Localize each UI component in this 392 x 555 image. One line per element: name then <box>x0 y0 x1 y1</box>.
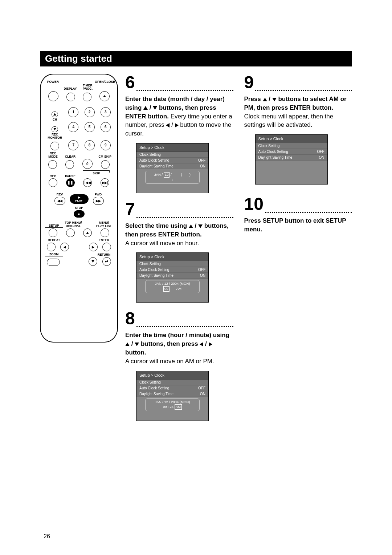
recmonitor-button[interactable] <box>50 142 59 150</box>
digit-1[interactable]: 1 <box>68 107 78 117</box>
setup-label: SETUP <box>45 224 63 228</box>
osd-value: ON <box>200 274 205 278</box>
fwd-button[interactable]: ▶▶ <box>93 197 104 205</box>
nav-up-button[interactable] <box>83 228 92 237</box>
digit-8[interactable]: 8 <box>85 140 95 150</box>
topmenu-button[interactable] <box>66 228 75 237</box>
rec-label: REC <box>45 175 61 178</box>
power-button[interactable] <box>48 91 58 101</box>
step-10: 10 Press SETUP button to exit SETUP menu… <box>244 195 352 234</box>
osd-row: Daylight Saving Time <box>139 274 173 278</box>
digit-3[interactable]: 3 <box>101 107 111 117</box>
pause-button[interactable]: ❚❚ <box>66 178 75 187</box>
osd-cursor-value: 12 <box>164 172 170 178</box>
step-bold-text: Press SETUP button to exit SETUP menu. <box>244 217 346 233</box>
rec-button[interactable] <box>49 178 57 187</box>
up-icon <box>143 106 148 110</box>
cmskip-button[interactable] <box>101 160 110 169</box>
section-header: Getting started <box>40 51 352 66</box>
down-icon <box>53 128 56 130</box>
step-plain-text: A cursor will move on AM or PM. <box>125 358 214 365</box>
ch-up-button[interactable] <box>52 112 58 117</box>
up-icon <box>189 224 193 228</box>
setup-button[interactable] <box>49 228 57 237</box>
openclose-button[interactable] <box>99 91 110 101</box>
osd-value: ON <box>319 155 324 159</box>
digit-5[interactable]: 5 <box>85 122 95 132</box>
play-button[interactable]: ▶ PLAY <box>70 194 89 204</box>
step-number: 7 <box>125 200 135 218</box>
skip-next-button[interactable]: ▶▶| <box>101 178 109 187</box>
dotted-rule <box>136 211 233 218</box>
osd-screenshot: Setup > Clock Clock Setting Auto Clock S… <box>136 143 209 193</box>
recmode-button[interactable] <box>48 160 57 169</box>
step-9: 9 Press / buttons to select AM or PM, th… <box>244 74 352 185</box>
ch-down-button[interactable] <box>52 126 58 132</box>
up-icon <box>53 113 56 116</box>
digit-9[interactable]: 9 <box>101 140 111 150</box>
nav-left-button[interactable]: ◀ <box>60 243 69 251</box>
stop-label: STOP <box>75 206 83 210</box>
stop-button[interactable]: ■ <box>74 210 85 218</box>
dotted-rule <box>136 84 233 91</box>
steps: 6 Enter the date (month / day / year) us… <box>125 74 352 421</box>
osd-date: JAN / 12 / 2004 (MON) <box>155 281 190 285</box>
digit-6[interactable]: 6 <box>101 122 111 132</box>
enter-button[interactable] <box>102 243 111 251</box>
step-7: 7 Select the time using / buttons, then … <box>125 200 233 303</box>
osd-row: Auto Clock Setting <box>258 150 288 154</box>
nav-down-button[interactable] <box>89 257 97 266</box>
step-number: 6 <box>125 74 135 91</box>
zoom-label: ZOOM <box>45 253 63 256</box>
return-button[interactable] <box>102 257 111 266</box>
timerprog-label: TIMER PROG. <box>80 84 95 90</box>
skip-prev-button[interactable]: |◀◀ <box>83 178 92 187</box>
step-plain-text: A cursor will move on hour. <box>125 240 199 247</box>
clear-button[interactable] <box>65 160 74 169</box>
openclose-label: OPEN/CLOSE <box>95 80 115 84</box>
digit-7[interactable]: 7 <box>68 140 78 150</box>
digit-2[interactable]: 2 <box>85 107 95 117</box>
up-icon <box>125 343 130 346</box>
step-number: 9 <box>244 74 254 91</box>
rev-button[interactable]: ◀◀ <box>54 197 65 205</box>
rev-label: REV <box>57 193 63 196</box>
return-label: RETURN <box>95 253 113 256</box>
down-icon <box>135 343 139 346</box>
down-icon <box>153 106 157 110</box>
display-button[interactable] <box>66 93 75 101</box>
up-icon <box>86 232 89 234</box>
nav-right-button[interactable]: ▶ <box>89 243 98 251</box>
right-icon: ▶ <box>92 245 94 249</box>
osd-value: OFF <box>198 158 205 162</box>
repeat-label: REPEAT <box>45 239 63 242</box>
fwd-label: FWD <box>95 193 102 196</box>
step-number: 10 <box>244 195 264 213</box>
down-icon <box>91 260 94 263</box>
skip-label: SKIP <box>91 172 101 175</box>
down-icon <box>198 224 203 228</box>
content: POWER OPEN/CLOSE DISPLAY TIMER PROG. <box>40 74 352 421</box>
up-icon <box>263 98 267 101</box>
power-label: POWER <box>47 80 59 84</box>
menuplaylist-label: MENU/ PLAY LIST <box>95 221 113 228</box>
osd-title: Setup > Clock <box>136 253 208 261</box>
step-8: 8 Enter the time (hour / minute) using /… <box>125 310 233 421</box>
digit-0[interactable]: 0 <box>82 159 93 169</box>
digit-4[interactable]: 4 <box>68 122 78 132</box>
osd-time: - - : - - <box>168 178 177 182</box>
cmskip-label: CM SKIP <box>97 155 113 158</box>
osd-title: Setup > Clock <box>136 143 208 152</box>
osd-value: ON <box>200 392 205 396</box>
osd-row: Clock Setting <box>139 262 161 266</box>
step-plain-text: Clock menu will appear, then the setting… <box>244 113 334 129</box>
osd-row: Daylight Saving Time <box>258 155 293 159</box>
dotted-rule <box>255 84 352 91</box>
remote-column: POWER OPEN/CLOSE DISPLAY TIMER PROG. <box>40 74 118 343</box>
osd-title: Setup > Clock <box>256 135 327 143</box>
osd-panel: JAN / 12 / 2004 (MON) 09 : 24 AM <box>145 398 200 412</box>
menuplaylist-button[interactable] <box>101 228 109 237</box>
repeat-button[interactable] <box>47 243 56 251</box>
zoom-button[interactable] <box>47 259 60 266</box>
timerprog-button[interactable] <box>83 93 91 101</box>
